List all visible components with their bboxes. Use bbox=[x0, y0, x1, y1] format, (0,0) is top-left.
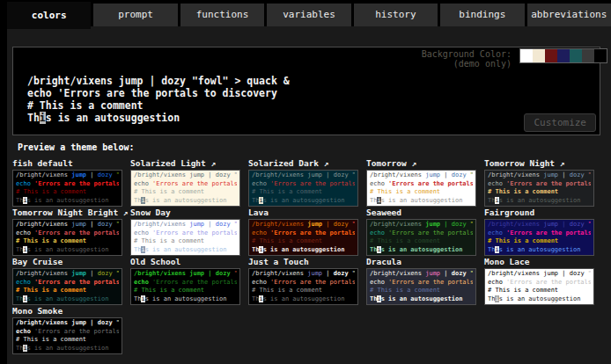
theme-card-solarized-dark[interactable]: Solarized Dark ↗/bright/vixens jump | do… bbox=[248, 158, 358, 207]
seg-path: /bright/vixens bbox=[134, 221, 189, 228]
seg-path: /bright/vixens bbox=[134, 270, 189, 277]
theme-card-solarized-light[interactable]: Solarized Light ↗/bright/vixens jump | d… bbox=[130, 158, 240, 207]
seg-path: /bright/vixens bbox=[370, 221, 425, 228]
seg-cmd2: dozy bbox=[452, 270, 467, 277]
seg-comment: # This is a comment bbox=[16, 336, 86, 343]
seg-pipe: | bbox=[322, 171, 334, 178]
mini-line-3: # This is a comment bbox=[16, 237, 119, 246]
theme-card-lava[interactable]: Lava/bright/vixens jump | dozy "fowl" > … bbox=[248, 207, 358, 257]
bg-swatch-white[interactable] bbox=[520, 49, 533, 62]
seg-error: 'Errors are the portals to discovery bbox=[152, 180, 237, 187]
mini-line-4: This is an autosuggestion bbox=[134, 295, 237, 304]
bg-swatch-cream[interactable] bbox=[533, 49, 545, 62]
mini-line-2: echo 'Errors are the portals to discover… bbox=[252, 180, 355, 189]
bg-swatch-gray[interactable] bbox=[582, 49, 594, 62]
theme-name: Solarized Light ↗ bbox=[130, 158, 240, 169]
seg-quote: "fowl" > quack & bbox=[231, 221, 237, 228]
seg-autosug: s is an autosuggestion bbox=[27, 246, 109, 253]
theme-mini-terminal: /bright/vixens jump | dozy "fowl" > quac… bbox=[366, 170, 476, 207]
seg-cmd: jump bbox=[425, 270, 440, 277]
seg-comment: # This is a comment bbox=[488, 237, 558, 244]
seg-cmd2: dozy bbox=[334, 171, 349, 178]
seg-autosug: s is an autosuggestion bbox=[499, 246, 581, 253]
bg-swatch-dark-red[interactable] bbox=[545, 49, 557, 62]
seg-comment: # This is a comment bbox=[16, 287, 86, 294]
theme-card-tomorrow-night[interactable]: Tomorrow Night ↗/bright/vixens jump | do… bbox=[484, 158, 594, 207]
tab-colors[interactable]: colors bbox=[7, 2, 91, 29]
seg-quote: "fowl" > quack & bbox=[113, 270, 119, 277]
mini-line-4: This is an autosuggestion bbox=[488, 295, 591, 304]
tab-prompt[interactable]: prompt bbox=[93, 4, 177, 26]
bg-swatch-navy[interactable] bbox=[557, 49, 570, 62]
bg-swatch-teal[interactable] bbox=[570, 49, 582, 62]
mini-line-4: This is an autosuggestion bbox=[252, 197, 355, 206]
theme-mini-terminal: /bright/vixens jump | dozy "fowl" > quac… bbox=[12, 317, 122, 354]
tab-variables[interactable]: variables bbox=[267, 4, 350, 26]
customize-button[interactable]: Customize bbox=[524, 113, 596, 132]
mini-line-3: # This is a comment bbox=[16, 336, 119, 345]
seg-echo: echo bbox=[134, 279, 152, 286]
mini-line-3: # This is a comment bbox=[252, 188, 355, 197]
seg-pipe: | bbox=[440, 221, 452, 228]
mini-line-4: This is an autosuggestion bbox=[134, 197, 237, 206]
seg-echo: echo bbox=[16, 229, 34, 237]
seg-autosug: s is an autosuggestion bbox=[145, 197, 227, 204]
mini-line-4: This is an autosuggestion bbox=[370, 197, 473, 206]
tab-abbreviations[interactable]: abbreviations bbox=[527, 4, 611, 26]
theme-card-fish-default[interactable]: fish default/bright/vixens jump | dozy "… bbox=[12, 158, 122, 207]
mini-line-2: echo 'Errors are the portals to discover… bbox=[16, 229, 119, 238]
seg-echo: echo bbox=[252, 229, 270, 237]
theme-card-old-school[interactable]: Old School/bright/vixens jump | dozy "fo… bbox=[130, 257, 240, 306]
seg-comment: # This is a comment bbox=[134, 287, 204, 294]
seg-pipe: | bbox=[86, 171, 98, 178]
cursor-block: i bbox=[40, 112, 46, 124]
tab-bar: colorspromptfunctionsvariableshistorybin… bbox=[7, 0, 611, 26]
theme-name: Tomorrow Night Bright ↗ bbox=[12, 207, 122, 218]
seg-echo: echo bbox=[370, 229, 388, 237]
tab-functions[interactable]: functions bbox=[180, 4, 264, 26]
tab-bindings[interactable]: bindings bbox=[440, 4, 524, 26]
bg-color-swatches bbox=[519, 48, 607, 63]
seg-pipe: | bbox=[558, 171, 570, 178]
mini-line-1: /bright/vixens jump | dozy "fowl" > quac… bbox=[252, 270, 355, 279]
seg-cmd: jump bbox=[71, 221, 86, 228]
seg-error: 'Errors are the portals to discovery bbox=[34, 180, 119, 187]
theme-card-dracula[interactable]: Dracula/bright/vixens jump | dozy "fowl"… bbox=[366, 257, 476, 306]
tab-history[interactable]: history bbox=[354, 4, 438, 26]
theme-card-seaweed[interactable]: Seaweed/bright/vixens jump | dozy "fowl"… bbox=[366, 207, 476, 257]
seg-path: /bright/vixens bbox=[370, 270, 425, 277]
theme-card-fairground[interactable]: Fairground/bright/vixens jump | dozy "fo… bbox=[484, 207, 594, 257]
theme-card-mono-lace[interactable]: Mono Lace/bright/vixens jump | dozy "fow… bbox=[484, 257, 594, 306]
mini-line-2: echo 'Errors are the portals to discover… bbox=[16, 279, 119, 288]
mini-line-2: echo 'Errors are the portals to discover… bbox=[488, 180, 591, 189]
bg-swatch-black[interactable] bbox=[594, 49, 607, 62]
seg-echo: echo bbox=[134, 229, 152, 237]
mini-line-4: This is an autosuggestion bbox=[252, 246, 355, 255]
theme-mini-terminal: /bright/vixens jump | dozy "fowl" > quac… bbox=[248, 219, 358, 256]
seg-comment: # This is a comment bbox=[134, 188, 204, 195]
theme-card-snow-day[interactable]: Snow Day/bright/vixens jump | dozy "fowl… bbox=[130, 207, 240, 257]
seg-cmd: jump bbox=[425, 221, 440, 228]
seg-cmd: jump bbox=[189, 171, 204, 178]
mini-line-4: This is an autosuggestion bbox=[16, 246, 119, 255]
terminal-line-1: /bright/vixens jump | dozy "fowl" > quac… bbox=[27, 75, 290, 87]
theme-mini-terminal: /bright/vixens jump | dozy "fowl" > quac… bbox=[130, 170, 240, 207]
theme-card-just-a-touch[interactable]: Just a Touch/bright/vixens jump | dozy "… bbox=[248, 257, 358, 306]
mini-line-3: # This is a comment bbox=[488, 188, 591, 197]
seg-pipe: | bbox=[204, 221, 216, 228]
theme-card-mono-smoke[interactable]: Mono Smoke/bright/vixens jump | dozy "fo… bbox=[12, 306, 122, 355]
seg-comment: # This is a comment bbox=[252, 237, 322, 244]
seg-comment: # This is a comment bbox=[252, 188, 322, 195]
seg-cmd2: dozy bbox=[216, 221, 231, 228]
seg-pipe: | bbox=[558, 221, 570, 228]
mini-line-1: /bright/vixens jump | dozy "fowl" > quac… bbox=[488, 270, 591, 279]
seg-path: /bright/vixens bbox=[16, 270, 71, 277]
theme-card-tomorrow[interactable]: Tomorrow ↗/bright/vixens jump | dozy "fo… bbox=[366, 158, 476, 207]
seg-error: 'Errors are the portals to discovery bbox=[506, 229, 591, 237]
mini-line-1: /bright/vixens jump | dozy "fowl" > quac… bbox=[370, 270, 473, 279]
mini-line-1: /bright/vixens jump | dozy "fowl" > quac… bbox=[134, 270, 237, 279]
seg-path: /bright/vixens bbox=[488, 221, 543, 228]
theme-card-tomorrow-night-bright[interactable]: Tomorrow Night Bright ↗/bright/vixens ju… bbox=[12, 207, 122, 257]
seg-echo: echo bbox=[488, 180, 506, 187]
theme-card-bay-cruise[interactable]: Bay Cruise/bright/vixens jump | dozy "fo… bbox=[12, 257, 122, 306]
